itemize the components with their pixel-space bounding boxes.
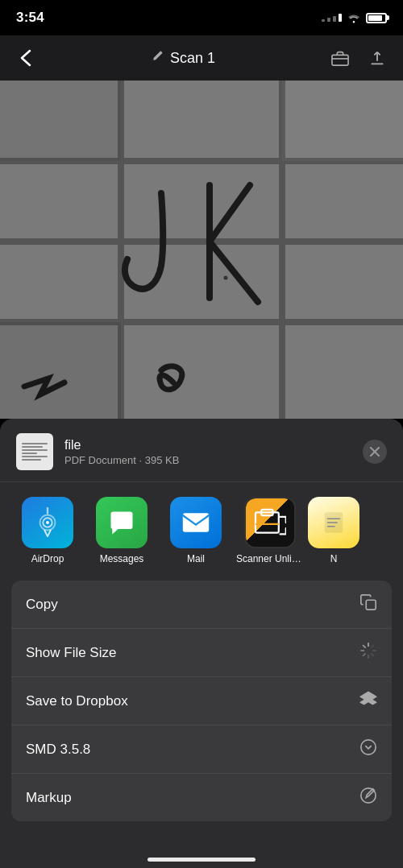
airdrop-icon bbox=[22, 497, 73, 548]
scanner-label: Scanner Unlimited: S... bbox=[236, 553, 304, 564]
svg-line-33 bbox=[372, 646, 374, 648]
app-item-messages[interactable]: Messages bbox=[85, 497, 158, 564]
document-preview bbox=[0, 81, 403, 419]
copy-icon bbox=[359, 593, 377, 615]
file-meta: PDF Document · 395 KB bbox=[64, 454, 363, 466]
svg-rect-10 bbox=[0, 322, 121, 419]
markup-label: Markup bbox=[26, 790, 72, 806]
pencil-icon bbox=[151, 50, 164, 66]
smd-label: SMD 3.5.8 bbox=[26, 742, 90, 758]
svg-point-16 bbox=[46, 521, 49, 524]
copy-label: Copy bbox=[26, 597, 58, 613]
svg-line-28 bbox=[364, 646, 366, 648]
suitcase-button[interactable] bbox=[327, 45, 353, 71]
action-copy[interactable]: Copy bbox=[11, 581, 392, 629]
messages-label: Messages bbox=[100, 553, 144, 564]
svg-rect-25 bbox=[366, 600, 376, 610]
action-show-file-size[interactable]: Show File Size bbox=[11, 629, 392, 677]
back-button[interactable] bbox=[13, 45, 39, 71]
action-save-dropbox[interactable]: Save to Dropbox bbox=[11, 677, 392, 725]
svg-rect-9 bbox=[282, 81, 403, 161]
scanner-icon bbox=[244, 497, 296, 548]
app-item-notes[interactable]: N bbox=[308, 497, 359, 564]
svg-point-34 bbox=[361, 740, 376, 754]
loader-icon bbox=[359, 642, 377, 663]
svg-rect-8 bbox=[0, 81, 121, 161]
home-indicator bbox=[147, 858, 256, 862]
scan-title: Scan 1 bbox=[170, 50, 215, 67]
notes-icon bbox=[308, 497, 359, 548]
save-dropbox-label: Save to Dropbox bbox=[26, 693, 128, 709]
wifi-icon bbox=[347, 12, 361, 23]
share-sheet: file PDF Document · 395 KB AirDrop bbox=[0, 419, 403, 868]
nav-title: Scan 1 bbox=[151, 50, 215, 67]
signal-icon bbox=[322, 14, 342, 22]
svg-rect-17 bbox=[183, 513, 209, 531]
mail-icon bbox=[170, 497, 222, 548]
nav-actions bbox=[327, 45, 390, 71]
pen-circle-icon bbox=[359, 787, 377, 808]
file-info-row: file PDF Document · 395 KB bbox=[0, 419, 403, 482]
file-name: file bbox=[64, 438, 363, 453]
action-smd[interactable]: SMD 3.5.8 bbox=[11, 725, 392, 774]
svg-line-29 bbox=[372, 654, 374, 656]
app-icons-row: AirDrop Messages Mail bbox=[0, 482, 403, 572]
chevron-circle-down-icon bbox=[359, 738, 377, 760]
messages-icon bbox=[96, 497, 147, 548]
app-item-airdrop[interactable]: AirDrop bbox=[11, 497, 84, 564]
status-bar: 3:54 bbox=[0, 0, 403, 35]
action-markup[interactable]: Markup bbox=[11, 774, 392, 821]
svg-line-32 bbox=[364, 654, 366, 656]
show-file-size-label: Show File Size bbox=[26, 645, 116, 661]
file-details: file PDF Document · 395 KB bbox=[64, 438, 363, 466]
close-button[interactable] bbox=[363, 440, 387, 464]
battery-icon bbox=[366, 13, 387, 23]
app-item-scanner[interactable]: Scanner Unlimited: S... bbox=[234, 497, 306, 564]
airdrop-label: AirDrop bbox=[31, 553, 64, 564]
file-thumbnail bbox=[16, 433, 53, 470]
svg-point-11 bbox=[224, 276, 228, 280]
status-icons bbox=[322, 12, 387, 23]
svg-rect-0 bbox=[332, 55, 348, 65]
status-time: 3:54 bbox=[16, 10, 44, 26]
upload-button[interactable] bbox=[364, 45, 390, 71]
notes-label: N bbox=[330, 553, 338, 564]
mail-label: Mail bbox=[187, 553, 205, 564]
nav-bar: Scan 1 bbox=[0, 35, 403, 81]
app-item-mail[interactable]: Mail bbox=[160, 497, 232, 564]
dropbox-icon bbox=[359, 690, 377, 712]
action-list: Copy Show File Size bbox=[11, 581, 392, 821]
